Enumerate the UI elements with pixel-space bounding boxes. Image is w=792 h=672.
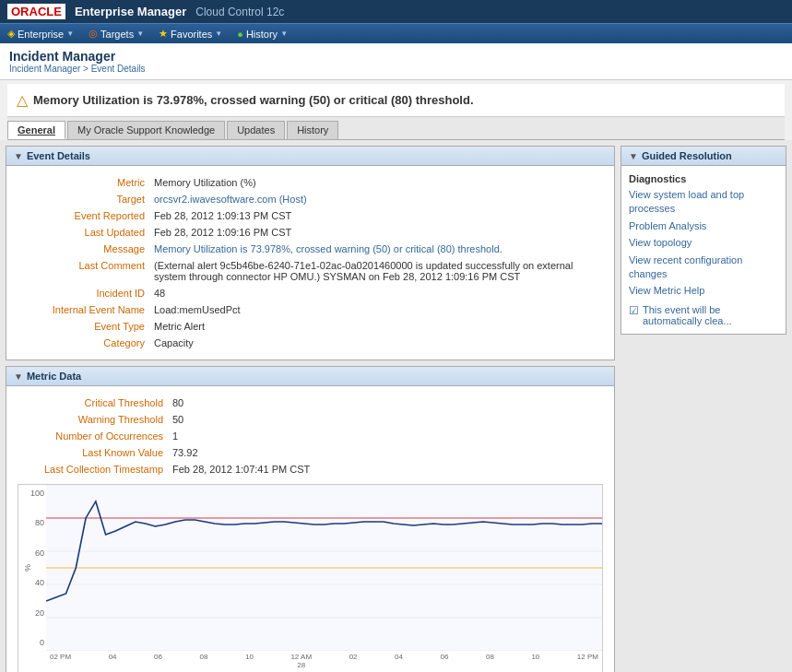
x-label-11: 10 xyxy=(531,653,539,669)
y-label-20: 20 xyxy=(20,608,44,618)
nav-favorites[interactable]: ★ Favorites ▼ xyxy=(159,28,222,40)
metric-data-title: Metric Data xyxy=(27,371,81,382)
tab-bar: General My Oracle Support Knowledge Upda… xyxy=(7,117,785,140)
x-label-7: 02 xyxy=(349,653,358,669)
enterprise-arrow: ▼ xyxy=(66,29,74,38)
y-label-40: 40 xyxy=(20,578,44,587)
app-header: ORACLE Enterprise Manager Cloud Control … xyxy=(0,0,792,23)
main-layout: ▼ Event Details MetricMemory Utilization… xyxy=(0,140,792,672)
nav-history[interactable]: ● History ▼ xyxy=(237,29,288,40)
nav-targets-label: Targets xyxy=(100,29,134,40)
metric-toggle-icon[interactable]: ▼ xyxy=(14,371,23,382)
event-detail-label: Target xyxy=(19,192,148,206)
guided-link-1[interactable]: Problem Analysis xyxy=(629,219,778,233)
metric-field-label: Number of Occurrences xyxy=(19,429,167,443)
event-detail-value: Metric Alert xyxy=(150,319,601,334)
x-axis: 02 PM 04 06 08 10 12 AM28 02 04 06 08 10… xyxy=(46,651,602,671)
navbar: ◈ Enterprise ▼ ◎ Targets ▼ ★ Favorites ▼… xyxy=(0,23,792,43)
toggle-icon[interactable]: ▼ xyxy=(14,151,23,161)
event-detail-row: CategoryCapacity xyxy=(19,336,601,350)
metric-field-label: Warning Threshold xyxy=(19,412,167,427)
event-detail-value: Load:memUsedPct xyxy=(150,302,601,317)
alert-text: Memory Utilization is 73.978%, crossed w… xyxy=(33,93,474,107)
nav-favorites-label: Favorites xyxy=(171,29,212,40)
x-label-8: 04 xyxy=(395,653,403,669)
guided-note: ☑ This event will be automatically clea.… xyxy=(629,304,778,326)
guided-toggle-icon[interactable]: ▼ xyxy=(629,151,638,161)
tab-history[interactable]: History xyxy=(287,121,338,139)
breadcrumb-link[interactable]: Incident Manager xyxy=(9,64,80,74)
y-axis-unit: % xyxy=(23,564,32,572)
event-detail-label: Last Comment xyxy=(19,258,148,284)
x-label-12: 12 PM xyxy=(577,653,598,669)
event-detail-row: Internal Event NameLoad:memUsedPct xyxy=(19,302,601,317)
metric-field-value: 80 xyxy=(169,395,601,410)
event-details-title: Event Details xyxy=(27,150,90,161)
metric-detail-table: Critical Threshold80Warning Threshold50N… xyxy=(18,394,603,478)
event-details-section: ▼ Event Details MetricMemory Utilization… xyxy=(6,146,615,360)
nav-targets[interactable]: ◎ Targets ▼ xyxy=(89,28,144,40)
guided-link-4[interactable]: View Metric Help xyxy=(629,284,778,298)
event-detail-row: MetricMemory Utilization (%) xyxy=(19,175,601,190)
y-label-0: 0 xyxy=(20,638,44,647)
nav-enterprise-label: Enterprise xyxy=(18,29,64,40)
event-detail-label: Message xyxy=(19,242,148,256)
event-detail-label: Event Type xyxy=(19,319,148,334)
event-detail-label: Event Reported xyxy=(19,208,148,223)
x-label-5: 10 xyxy=(245,653,254,669)
metric-field-row: Warning Threshold50 xyxy=(19,412,601,427)
event-detail-row: Last UpdatedFeb 28, 2012 1:09:16 PM CST xyxy=(19,225,601,240)
chart-svg xyxy=(46,485,602,651)
metric-field-value: 73.92 xyxy=(169,445,601,460)
metric-field-row: Last Known Value73.92 xyxy=(19,445,601,460)
guided-link-3[interactable]: View recent configuration changes xyxy=(629,253,778,282)
favorites-arrow: ▼ xyxy=(215,29,222,38)
nav-enterprise[interactable]: ◈ Enterprise ▼ xyxy=(7,28,74,40)
event-detail-row: Targetorcsvr2.iwavesoftware.com (Host) xyxy=(19,192,601,206)
guided-note-text: This event will be automatically clea... xyxy=(643,304,778,326)
metric-data-header: ▼ Metric Data xyxy=(6,367,614,386)
targets-icon: ◎ xyxy=(89,28,98,40)
x-label-2: 04 xyxy=(109,653,117,669)
x-label-9: 06 xyxy=(441,653,449,669)
event-detail-row: MessageMemory Utilization is 73.978%, cr… xyxy=(19,242,601,256)
event-detail-table: MetricMemory Utilization (%)Targetorcsvr… xyxy=(18,173,603,352)
event-detail-value: Memory Utilization (%) xyxy=(150,175,601,190)
event-detail-row: Incident ID48 xyxy=(19,286,601,301)
check-icon: ☑ xyxy=(629,304,639,317)
metric-chart: 100 80 60 40 20 0 xyxy=(18,484,603,672)
y-label-60: 60 xyxy=(20,548,44,558)
enterprise-icon: ◈ xyxy=(7,28,15,40)
breadcrumb: Incident Manager > Event Details xyxy=(9,64,783,74)
metric-field-label: Last Collection Timestamp xyxy=(19,462,167,477)
history-arrow: ▼ xyxy=(280,29,288,38)
app-name: Enterprise Manager xyxy=(75,5,186,18)
guided-link-0[interactable]: View system load and top processes xyxy=(629,188,778,217)
diagnostics-label: Diagnostics xyxy=(629,173,778,184)
tab-general[interactable]: General xyxy=(7,121,65,139)
event-detail-value: 48 xyxy=(150,286,601,301)
main-left: ▼ Event Details MetricMemory Utilization… xyxy=(6,146,615,672)
event-detail-value[interactable]: Memory Utilization is 73.978%, crossed w… xyxy=(150,242,601,256)
app-subtitle: Cloud Control 12c xyxy=(195,6,284,18)
guided-link-2[interactable]: View topology xyxy=(629,236,778,250)
event-detail-row: Event ReportedFeb 28, 2012 1:09:13 PM CS… xyxy=(19,208,601,223)
page-header: Incident Manager Incident Manager > Even… xyxy=(0,43,792,80)
guided-resolution-header: ▼ Guided Resolution xyxy=(621,147,786,166)
tab-support[interactable]: My Oracle Support Knowledge xyxy=(67,121,225,139)
tab-updates[interactable]: Updates xyxy=(227,121,285,139)
event-detail-value: (External alert 9c5b46be-6240-71e1-02ac-… xyxy=(150,258,601,284)
nav-history-label: History xyxy=(246,29,278,40)
x-label-1: 02 PM xyxy=(50,653,71,669)
event-details-header: ▼ Event Details xyxy=(6,147,614,166)
x-label-6: 12 AM28 xyxy=(290,653,312,669)
event-details-content: MetricMemory Utilization (%)Targetorcsvr… xyxy=(6,166,614,360)
oracle-logo: ORACLE xyxy=(7,4,65,19)
metric-field-label: Last Known Value xyxy=(19,445,167,460)
metric-data-content: Critical Threshold80Warning Threshold50N… xyxy=(6,386,614,672)
event-detail-value[interactable]: orcsvr2.iwavesoftware.com (Host) xyxy=(150,192,601,206)
guided-resolution-content: Diagnostics View system load and top pro… xyxy=(621,166,786,334)
history-icon: ● xyxy=(237,29,243,40)
metric-field-row: Last Collection TimestampFeb 28, 2012 1:… xyxy=(19,462,601,477)
event-detail-row: Event TypeMetric Alert xyxy=(19,319,601,334)
